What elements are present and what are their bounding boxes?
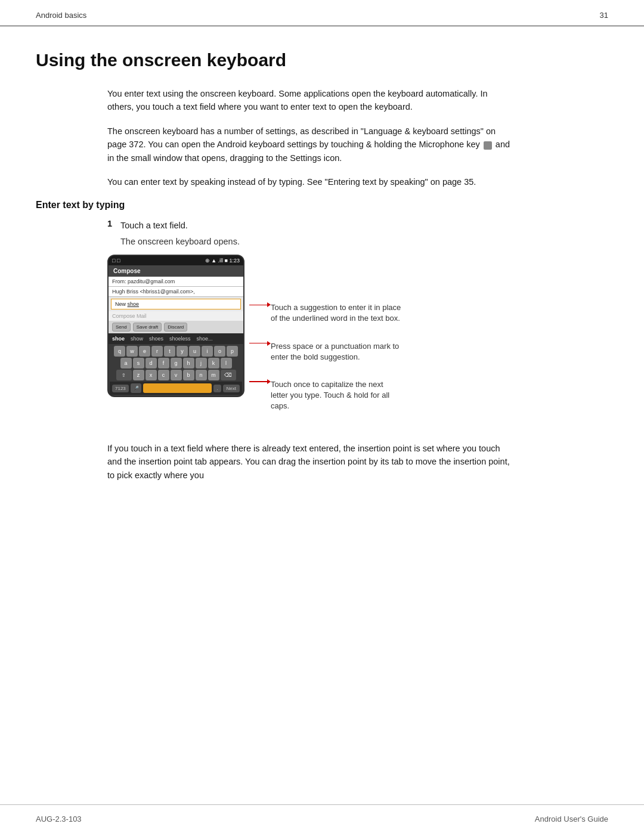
callout-arrow-1 <box>249 302 271 307</box>
callout-3: Touch once to capitalize the next letter… <box>249 379 402 412</box>
header-left: Android basics <box>36 11 86 20</box>
keyboard-row-3: ⇧ z x c v b n m ⌫ <box>110 370 242 380</box>
suggestion-shoe2[interactable]: shoe... <box>196 335 214 342</box>
key-c[interactable]: c <box>158 370 169 380</box>
key-i[interactable]: i <box>202 346 213 357</box>
from-label: From: pazditu@gmail.com <box>112 278 175 284</box>
callout-1: Touch a suggestion to enter it in place … <box>249 302 402 324</box>
compose-placeholder: Compose Mail <box>112 313 147 319</box>
action-buttons: Send Save draft Discard <box>109 321 243 333</box>
mic-icon <box>484 141 492 150</box>
paragraph-3: You can enter text by speaking instead o… <box>107 175 513 188</box>
step-1: 1 Touch a text field. <box>107 219 608 232</box>
section-heading: Enter text by typing <box>36 200 608 210</box>
suggestions-bar: shoe show shoes shoeless shoe... <box>109 333 243 344</box>
status-left: □ □ <box>112 258 120 264</box>
callout-arrow-3 <box>249 379 271 384</box>
key-g[interactable]: g <box>171 358 182 368</box>
callout-text-2: Press space or a punctuation mark to ent… <box>271 341 402 363</box>
key-v[interactable]: v <box>171 370 182 380</box>
topbar-title: Compose <box>113 268 141 274</box>
key-next[interactable]: Next <box>223 385 240 392</box>
key-y[interactable]: y <box>177 346 188 357</box>
key-j[interactable]: j <box>196 358 207 368</box>
key-h[interactable]: h <box>183 358 194 368</box>
key-d[interactable]: d <box>145 358 157 368</box>
callout-area: Touch a suggestion to enter it in place … <box>249 255 402 428</box>
key-b[interactable]: b <box>183 370 194 380</box>
phone-status-bar: □ □ ⊕ ▲ .ill ■ 1:23 <box>109 256 243 265</box>
header-bar: Android basics 31 <box>0 0 644 26</box>
underlined-word: shoe <box>128 301 140 307</box>
key-r[interactable]: r <box>151 346 163 357</box>
callout-2: Press space or a punctuation mark to ent… <box>249 341 402 363</box>
key-m[interactable]: m <box>208 370 219 380</box>
paragraph-2: The onscreen keyboard has a number of se… <box>107 125 513 165</box>
step-container: 1 Touch a text field. The onscreen keybo… <box>107 219 608 246</box>
header-right: 31 <box>600 11 608 20</box>
step-text: Touch a text field. <box>120 219 188 232</box>
page-title: Using the onscreen keyboard <box>36 50 608 70</box>
callout-arrow-2 <box>249 341 271 346</box>
step-number: 1 <box>107 219 120 232</box>
key-e[interactable]: e <box>139 346 150 357</box>
key-period[interactable]: . <box>213 385 221 392</box>
to-field: Hugh Briss <hbriss1@gmail.com>, <box>109 287 243 297</box>
to-label: Hugh Briss <hbriss1@gmail.com>, <box>112 289 195 295</box>
subject-text: New shoe <box>115 301 139 307</box>
phone-mockup: □ □ ⊕ ▲ .ill ■ 1:23 Compose From: pazdit… <box>107 255 244 397</box>
keyboard[interactable]: q w e r t y u i o p a s <box>109 344 243 396</box>
key-shift[interactable]: ⇧ <box>116 370 132 380</box>
suggestion-shoeless[interactable]: shoeless <box>168 335 192 342</box>
screenshot-area: □ □ ⊕ ▲ .ill ■ 1:23 Compose From: pazdit… <box>107 255 608 428</box>
callout-text-1: Touch a suggestion to enter it in place … <box>271 302 402 324</box>
key-backspace[interactable]: ⌫ <box>221 370 236 380</box>
from-field: From: pazditu@gmail.com <box>109 277 243 287</box>
step-sub: The onscreen keyboard opens. <box>120 237 608 246</box>
callout-line-3 <box>249 381 267 382</box>
key-space[interactable] <box>143 383 212 393</box>
key-p[interactable]: p <box>227 346 238 357</box>
keyboard-row-2: a s d f g h j k l <box>110 358 242 368</box>
key-w[interactable]: w <box>126 346 138 357</box>
suggestion-show[interactable]: show <box>129 335 144 342</box>
phone-topbar: Compose <box>109 265 243 277</box>
paragraph-1: You enter text using the onscreen keyboa… <box>107 87 513 114</box>
key-o[interactable]: o <box>214 346 225 357</box>
subject-field[interactable]: New shoe <box>111 299 241 309</box>
callout-text-3: Touch once to capitalize the next letter… <box>271 379 402 412</box>
key-numbers[interactable]: 7123 <box>112 385 129 392</box>
status-right: ⊕ ▲ .ill ■ 1:23 <box>205 258 240 264</box>
send-button[interactable]: Send <box>112 323 131 332</box>
key-a[interactable]: a <box>120 358 132 368</box>
phone-screen: From: pazditu@gmail.com Hugh Briss <hbri… <box>109 277 243 333</box>
callout-line-1 <box>249 305 267 306</box>
key-x[interactable]: x <box>145 370 157 380</box>
bottom-paragraph: If you touch in a text field where there… <box>107 442 513 482</box>
key-f[interactable]: f <box>158 358 169 368</box>
suggestion-shoes[interactable]: shoes <box>148 335 165 342</box>
key-z[interactable]: z <box>133 370 144 380</box>
suggestion-shoe[interactable]: shoe <box>111 335 126 342</box>
compose-mail-area: Compose Mail <box>109 311 243 321</box>
key-l[interactable]: l <box>221 358 232 368</box>
keyboard-row-1: q w e r t y u i o p <box>110 346 242 357</box>
key-mic[interactable]: 🎤 <box>131 383 141 393</box>
save-draft-button[interactable]: Save draft <box>133 323 162 332</box>
page-container: Android basics 31 Using the onscreen key… <box>0 0 644 833</box>
keyboard-row-4: 7123 🎤 . Next <box>110 382 242 395</box>
footer-right: Android User's Guide <box>535 815 608 823</box>
key-s[interactable]: s <box>133 358 144 368</box>
key-t[interactable]: t <box>164 346 175 357</box>
footer-left: AUG-2.3-103 <box>36 815 82 823</box>
content-area: Using the onscreen keyboard You enter te… <box>0 26 644 518</box>
discard-button[interactable]: Discard <box>164 323 187 332</box>
key-u[interactable]: u <box>189 346 200 357</box>
callout-line-2 <box>249 343 267 344</box>
footer-bar: AUG-2.3-103 Android User's Guide <box>0 804 644 833</box>
key-q[interactable]: q <box>114 346 125 357</box>
key-n[interactable]: n <box>196 370 207 380</box>
key-k[interactable]: k <box>208 358 219 368</box>
